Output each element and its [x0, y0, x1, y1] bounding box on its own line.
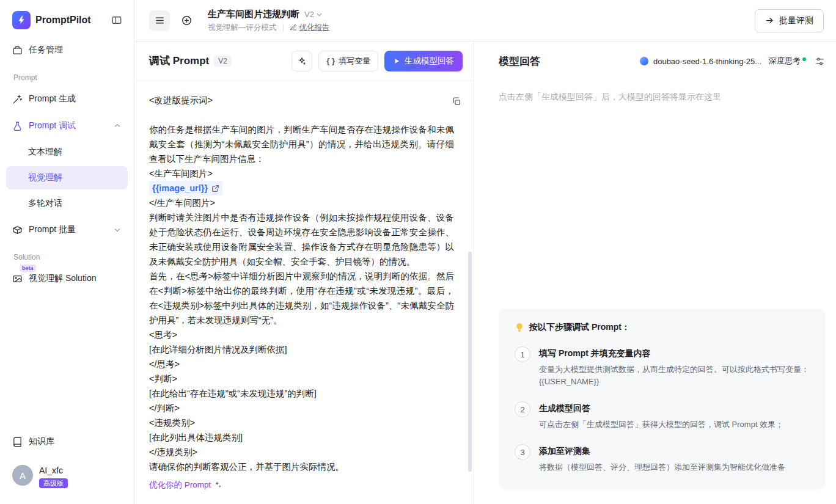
prompt-line: </判断> — [149, 401, 454, 415]
version-label: V2 — [304, 10, 314, 19]
ai-polish-button[interactable] — [292, 51, 312, 71]
image-url-variable[interactable]: {{image_url}} — [149, 181, 222, 195]
image-icon — [12, 274, 23, 284]
section-label-prompt: Prompt — [0, 64, 134, 86]
content: 调试 Prompt V2 { } 填写变量 生成模型回答 — [134, 42, 836, 504]
prompt-scrollbar[interactable] — [468, 252, 472, 472]
variable-label: {{image_url}} — [152, 181, 208, 195]
sidebar-subitem-label: 视觉理解 — [28, 172, 62, 183]
status-dot — [802, 57, 806, 61]
generate-answer-label: 生成模型回答 — [405, 56, 454, 67]
answer-placeholder: 点击左侧「生成模型回答」后，大模型的回答将显示在这里 — [499, 92, 825, 103]
report-link-label: 优化报告 — [299, 23, 330, 33]
model-settings-button[interactable] — [815, 56, 825, 67]
sidebar-item-vision-solution[interactable]: beta 视觉理解 Solution — [6, 266, 128, 291]
logo-row: PromptPilot — [0, 0, 134, 37]
sparkle-icon — [297, 56, 307, 66]
model-logo-icon — [640, 57, 648, 65]
app-window: PromptPilot 任务管理 Prompt Prompt 生成 Prompt… — [0, 0, 836, 504]
sidebar-collapse-button[interactable] — [108, 12, 125, 29]
sidebar-item-label: 知识库 — [29, 436, 54, 447]
deep-think-label: 深度思考 — [769, 56, 801, 67]
generate-answer-button[interactable]: 生成模型回答 — [384, 51, 463, 71]
step-number: 2 — [515, 401, 530, 417]
answer-panel-title: 模型回答 — [499, 54, 540, 68]
version-dropdown[interactable]: V2 — [304, 10, 323, 19]
prompt-panel-header: 调试 Prompt V2 { } 填写变量 生成模型回答 — [134, 42, 474, 81]
sidebar-item-label: Prompt 调试 — [29, 120, 76, 131]
section-label-solution: Solution — [0, 243, 134, 265]
chevron-down-icon — [315, 10, 323, 18]
optimize-link-label: 优化你的 Prompt — [149, 478, 211, 492]
prompt-line: <生产车间图片> — [149, 166, 454, 181]
tip-step: 1 填写 Prompt 并填充变量内容 变量为大模型提供测试数据，从而生成特定的… — [515, 346, 809, 388]
main-area: 生产车间图片违规判断 V2 视觉理解—评分模式 优化报告 — [134, 0, 836, 504]
title-block: 生产车间图片违规判断 V2 视觉理解—评分模式 优化报告 — [208, 9, 330, 33]
brand-logo: PromptPilot — [12, 11, 91, 29]
sidebar-item-label: 视觉理解 Solution — [29, 273, 96, 284]
fill-variables-label: 填写变量 — [339, 56, 370, 67]
sidebar-subitem-multiturn-dialogue[interactable]: 多轮对话 — [6, 192, 128, 215]
sparkles-icon — [214, 481, 222, 489]
sidebar-subitem-label: 文本理解 — [28, 147, 62, 158]
flask-icon — [12, 121, 23, 131]
panel-collapse-icon — [111, 15, 122, 26]
sidebar-item-prompt-batch[interactable]: Prompt 批量 — [6, 217, 128, 242]
prompt-line: 你的任务是根据生产车间的图片，判断生产车间是否存在违规操作设备和未佩戴安全套（推… — [149, 122, 454, 166]
prompt-editor[interactable]: <改进版提示词> 你的任务是根据生产车间的图片，判断生产车间是否存在违规操作设备… — [134, 81, 474, 504]
prompt-version-badge: V2 — [214, 56, 232, 67]
brand-logo-icon — [12, 11, 31, 29]
optimize-report-link[interactable]: 优化报告 — [290, 23, 330, 33]
sidebar-item-prompt-debug[interactable]: Prompt 调试 — [6, 114, 128, 138]
prompt-line: </违规类别> — [149, 445, 454, 459]
step-number: 3 — [515, 444, 530, 460]
sidebar: PromptPilot 任务管理 Prompt Prompt 生成 Prompt… — [0, 0, 134, 504]
step-title: 添加至评测集 — [539, 444, 785, 457]
sidebar-item-task-management[interactable]: 任务管理 — [6, 38, 128, 62]
braces-icon: { } — [326, 56, 335, 65]
prompt-line: <改进版提示词> — [149, 93, 454, 108]
briefcase-icon — [12, 45, 23, 56]
lightbulb-icon — [515, 323, 524, 332]
page-title: 生产车间图片违规判断 — [208, 9, 299, 20]
sidebar-item-prompt-generate[interactable]: Prompt 生成 — [6, 87, 128, 111]
sidebar-item-label: Prompt 批量 — [29, 224, 76, 235]
prompt-line: </思考> — [149, 357, 454, 371]
prompt-line: 首先，在<思考>标签中详细分析图片中观察到的情况，说明判断的依据。然后在<判断>… — [149, 269, 454, 327]
sidebar-subitem-text-understanding[interactable]: 文本理解 — [6, 141, 128, 164]
chevron-down-icon — [113, 225, 122, 234]
prompt-line: 判断时请关注图片中是否有违规操作设备（例如未按操作规程使用设备、设备处于危险状态… — [149, 210, 454, 269]
copy-icon — [452, 97, 461, 106]
sidebar-item-knowledge-base[interactable]: 知识库 — [6, 429, 128, 454]
new-task-button[interactable] — [176, 10, 197, 31]
answer-body: 点击左侧「生成模型回答」后，大模型的回答将显示在这里 按以下步骤调试 Promp… — [474, 81, 836, 504]
prompt-line: <思考> — [149, 327, 454, 342]
optimize-prompt-link[interactable]: 优化你的 Prompt — [149, 478, 222, 492]
sidebar-subitem-vision-understanding[interactable]: 视觉理解 — [6, 166, 128, 189]
batch-eval-button[interactable]: 批量评测 — [755, 9, 824, 32]
model-name: doubao-seed-1.6-thinking-25... — [653, 57, 761, 66]
model-selector[interactable]: doubao-seed-1.6-thinking-25... — [640, 57, 761, 66]
sidebar-subitem-label: 多轮对话 — [28, 198, 62, 209]
step-title: 填写 Prompt 并填充变量内容 — [539, 346, 809, 359]
sidebar-bottom: 知识库 A AI_xfc 高级版 — [0, 428, 134, 504]
prompt-panel: 调试 Prompt V2 { } 填写变量 生成模型回答 — [134, 42, 474, 504]
deep-think-toggle[interactable]: 深度思考 — [769, 56, 806, 67]
chevron-up-icon — [113, 122, 122, 130]
prompt-panel-title: 调试 Prompt — [149, 54, 209, 68]
step-desc: 变量为大模型提供测试数据，从而生成特定的回答。可以按此格式书写变量：{{USER… — [539, 363, 809, 388]
menu-button[interactable] — [149, 10, 170, 31]
circle-plus-icon — [181, 15, 193, 26]
arrow-right-icon — [765, 16, 774, 25]
user-profile[interactable]: A AI_xfc 高级版 — [0, 455, 134, 498]
book-icon — [12, 437, 23, 447]
step-number: 1 — [515, 346, 530, 362]
avatar: A — [12, 465, 33, 486]
tip-step: 3 添加至评测集 将数据（模型回答、评分、理想回答）添加至评测集为智能优化做准备 — [515, 444, 809, 473]
play-icon — [393, 57, 400, 65]
beta-badge: beta — [20, 265, 36, 272]
copy-button[interactable] — [452, 97, 461, 106]
hamburger-icon — [155, 15, 165, 26]
fill-variables-button[interactable]: { } 填写变量 — [318, 51, 378, 71]
topbar: 生产车间图片违规判断 V2 视觉理解—评分模式 优化报告 — [134, 0, 836, 42]
